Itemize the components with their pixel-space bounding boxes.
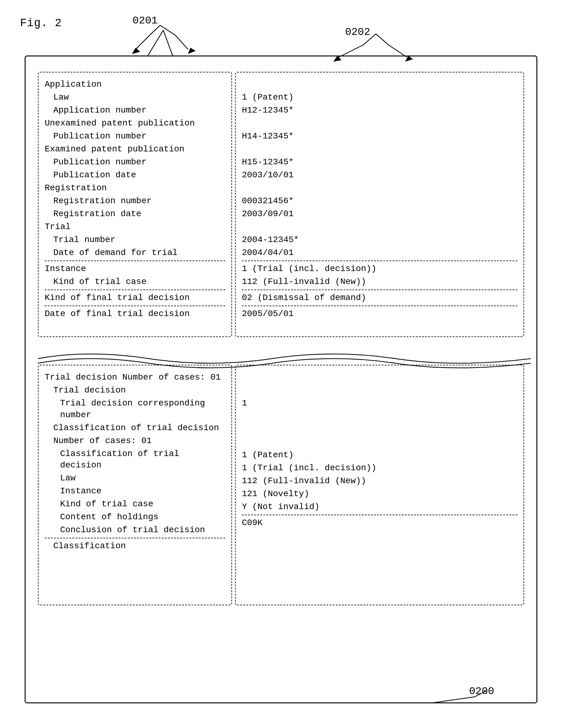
field-value: 1	[242, 397, 247, 409]
field-label: Registration number	[45, 195, 225, 207]
list-item: Registration date	[45, 208, 225, 220]
list-item	[242, 220, 517, 233]
field-value: 2003/10/01	[242, 169, 293, 181]
field-label: Kind of trial case	[45, 276, 225, 288]
list-item: Registration number	[45, 195, 225, 208]
separator	[242, 261, 517, 261]
list-item: Trial decision corresponding number	[45, 397, 225, 422]
field-label: Trial decision Number of cases: 01	[45, 372, 225, 383]
list-item: Unexamined patent publication	[45, 117, 225, 130]
list-item: Classification of trial decision	[45, 447, 225, 472]
field-value: 112 (Full-invalid (New))	[242, 276, 366, 288]
list-item: 2003/09/01	[242, 208, 517, 220]
list-item: 1 (Patent)	[242, 449, 517, 462]
figure-label: Fig. 2	[20, 17, 62, 30]
field-value	[242, 117, 247, 129]
list-item: Content of holdings	[45, 511, 225, 524]
list-item: Law	[45, 91, 225, 104]
list-item	[242, 117, 517, 130]
list-item: Registration	[45, 182, 225, 195]
field-value	[242, 182, 247, 194]
field-value	[242, 385, 247, 396]
separator	[45, 261, 225, 261]
field-value	[242, 372, 247, 383]
field-label: Law	[45, 472, 225, 484]
field-label: Application	[45, 79, 225, 90]
list-item: 2004-12345*	[242, 233, 517, 246]
lower-section: Trial decision Number of cases: 01 Trial…	[38, 365, 524, 605]
svg-line-1	[163, 30, 173, 56]
field-label: Publication number	[45, 156, 225, 168]
field-value: 02 (Dismissal of demand)	[242, 292, 366, 304]
list-item: Kind of final trial decision	[45, 291, 225, 304]
field-value	[242, 143, 247, 155]
list-item: 121 (Novelty)	[242, 487, 517, 500]
field-value: 1 (Patent)	[242, 449, 293, 461]
svg-marker-3	[188, 48, 196, 54]
separator	[45, 538, 225, 538]
list-item: Conclusion of trial decision	[45, 524, 225, 537]
field-label: Examined patent publication	[45, 143, 225, 155]
list-item	[242, 384, 517, 397]
left-lower-box: Trial decision Number of cases: 01 Trial…	[38, 365, 232, 605]
field-label: Classification of trial decision	[45, 448, 225, 471]
list-item: Examined patent publication	[45, 143, 225, 156]
list-item: Date of demand for trial	[45, 246, 225, 259]
list-item: Classification	[45, 540, 225, 553]
field-label: Registration date	[45, 208, 225, 220]
field-value: 2004/04/01	[242, 247, 293, 259]
field-value	[242, 410, 247, 422]
field-value	[242, 79, 247, 90]
field-label: Kind of trial case	[45, 498, 225, 510]
list-item: Application	[45, 78, 225, 91]
list-item	[242, 371, 517, 384]
page: Fig. 2 0201 0202 0200 Applicat	[0, 0, 562, 728]
list-item: H14-12345*	[242, 130, 517, 143]
document-container: Application Law Application number Unexa…	[25, 56, 537, 703]
svg-marker-2	[132, 48, 140, 54]
separator	[45, 290, 225, 290]
field-label: Trial decision corresponding number	[45, 397, 225, 421]
field-label: Classification	[45, 540, 225, 552]
list-item: 1 (Trial (incl. decision))	[242, 262, 517, 275]
list-item: Publication number	[45, 156, 225, 169]
field-value: Y (Not invalid)	[242, 501, 319, 513]
list-item: Trial decision Number of cases: 01	[45, 371, 225, 384]
list-item: Trial number	[45, 233, 225, 246]
right-lower-box: 1 1 (Patent)	[235, 365, 524, 605]
separator	[242, 515, 517, 515]
list-item: Y (Not invalid)	[242, 500, 517, 513]
list-item	[242, 182, 517, 195]
field-value	[242, 221, 247, 233]
list-item: Publication number	[45, 130, 225, 143]
field-value: 000321456*	[242, 195, 293, 207]
separator	[45, 306, 225, 306]
field-label: Law	[45, 92, 225, 103]
list-item	[242, 143, 517, 156]
list-item: Kind of trial case	[45, 498, 225, 511]
field-label: Unexamined patent publication	[45, 117, 225, 129]
field-value: 1 (Trial (incl. decision))	[242, 462, 376, 474]
list-item: H15-12345*	[242, 156, 517, 169]
field-value: 2004-12345*	[242, 234, 299, 246]
list-item	[242, 423, 517, 436]
list-item: Date of final trial decision	[45, 307, 225, 320]
list-item	[242, 410, 517, 423]
field-value	[242, 436, 247, 448]
field-label: Conclusion of trial decision	[45, 524, 225, 536]
field-label: Registration	[45, 182, 225, 194]
field-value: H12-12345*	[242, 105, 293, 116]
list-item: C09K	[242, 516, 517, 529]
field-label: Kind of final trial decision	[45, 292, 225, 304]
field-value	[242, 423, 247, 435]
list-item: 02 (Dismissal of demand)	[242, 291, 517, 304]
field-label: Trial decision	[45, 385, 225, 396]
separator	[242, 290, 517, 290]
field-value: 112 (Full-invalid (New))	[242, 475, 366, 487]
separator	[242, 306, 517, 306]
list-item: 1 (Trial (incl. decision))	[242, 462, 517, 475]
ref-label-0201: 0201	[133, 15, 158, 27]
field-value: 1 (Patent)	[242, 92, 293, 103]
list-item: Instance	[45, 262, 225, 275]
list-item	[242, 78, 517, 91]
